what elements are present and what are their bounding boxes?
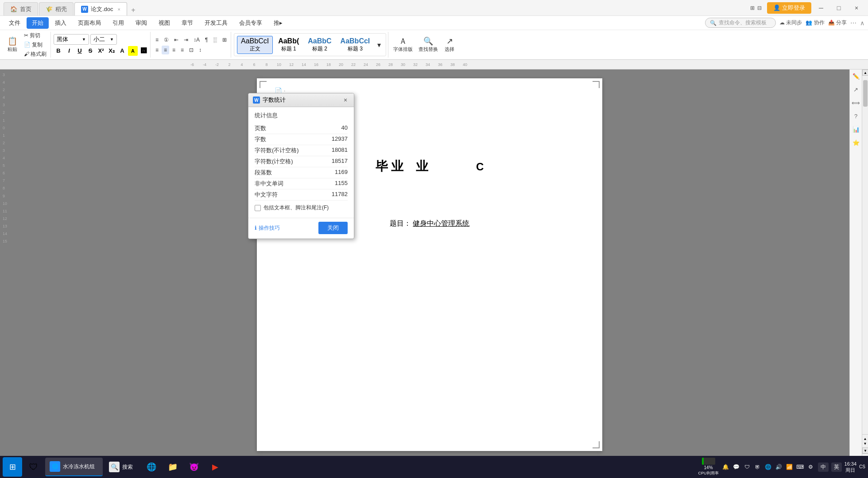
italic-button[interactable]: I [64,46,74,56]
ribbon-tab-start[interactable]: 开始 [27,17,49,29]
superscript-button[interactable]: X² [96,46,106,56]
show-marks-button[interactable]: ¶ [203,35,210,44]
include-textbox-checkbox[interactable] [255,205,261,211]
select-button[interactable]: ↗ 选择 [442,36,457,54]
adjust-icon[interactable]: ⟺ [851,98,861,108]
subscript-button[interactable]: X₂ [107,46,116,56]
more-btn[interactable]: ⋯ [850,19,856,27]
question-icon[interactable]: ? [851,111,861,121]
tab-home[interactable]: 🏠 首页 [4,2,38,15]
vertical-scrollbar[interactable]: ▲ ▲ ▼ ▼ ⋯ [862,69,868,460]
ribbon-tab-insert[interactable]: 插入 [50,17,72,29]
maximize-button[interactable]: □ [831,2,847,14]
360-taskbar-btn[interactable]: 🛡 [24,457,43,477]
highlight-button[interactable]: A [128,46,138,56]
input-method-zh[interactable]: 中 [818,463,829,472]
scroll-thumb[interactable] [863,80,868,107]
pen-icon[interactable]: ✏️ [851,71,861,81]
ribbon-tab-more[interactable]: 推▸ [268,17,288,29]
help-link[interactable]: ℹ 操作技巧 [255,224,280,232]
decrease-indent-button[interactable]: ⇤ [172,35,181,44]
chart-icon[interactable]: 📊 [851,124,861,134]
cut-button[interactable]: ✂ 剪切 [22,31,49,40]
add-tab-button[interactable]: + [128,5,139,15]
cursor-icon[interactable]: ↗ [851,85,861,94]
ribbon-tab-file[interactable]: 文件 [4,17,26,29]
login-button[interactable]: 👤 立即登录 [767,2,811,14]
underline-button[interactable]: U [75,46,85,56]
find-replace-button[interactable]: 🔍 查找替换 [416,36,440,54]
list-number-button[interactable]: ① [162,35,171,44]
style-h3[interactable]: AaBbCcI 标题 3 [337,36,374,54]
ribbon-tab-dev[interactable]: 开发工具 [199,17,233,29]
share-btn[interactable]: 📤 分享 [828,19,847,27]
scroll-page-up[interactable]: ▲ [864,437,867,441]
dialog-close-x[interactable]: × [341,96,349,104]
tab-doc-close[interactable]: × [118,7,120,12]
evil-btn[interactable]: 😈 [184,457,204,477]
font-shade-button[interactable]: 🅰 [139,46,148,56]
increase-indent-button[interactable]: ⇥ [182,35,190,44]
tray-wifi[interactable]: 📶 [785,463,794,471]
sync-btn[interactable]: ☁ 未同步 [779,19,802,27]
style-h1[interactable]: AaBb( 标题 1 [275,36,302,54]
collab-btn[interactable]: 👥 协作 [806,19,824,27]
two-page-button[interactable]: ⊡ [187,46,196,54]
ribbon-tab-review[interactable]: 审阅 [130,17,152,29]
list-bullet-button[interactable]: ≡ [153,35,161,44]
ribbon-tab-ref[interactable]: 引用 [107,17,129,29]
line-spacing-button[interactable]: ↕ [197,46,204,54]
ribbon-tab-member[interactable]: 会员专享 [234,17,267,29]
ribbon-tab-layout[interactable]: 页面布局 [73,17,106,29]
star-icon[interactable]: ⭐ [851,138,861,147]
style-gallery-expand[interactable]: ▾ [375,40,383,49]
tray-settings[interactable]: ⚙ [806,463,815,471]
style-normal[interactable]: AaBbCcI 正文 [237,36,273,54]
tray-chat[interactable]: 💬 [732,463,741,471]
align-left-button[interactable]: ≡ [153,46,161,54]
paste-button[interactable]: 📋 粘贴 [4,36,20,54]
tray-antivirus[interactable]: 🛡 [743,463,752,471]
font-color-button[interactable]: A [117,46,127,56]
scroll-down-button[interactable]: ▼ [862,447,868,454]
bold-button[interactable]: B [54,46,63,56]
style-h2[interactable]: AaBbC 标题 2 [304,36,335,54]
scroll-track[interactable] [862,76,868,434]
scroll-page-down[interactable]: ▼ [864,442,867,446]
tray-keyboard[interactable]: ⌨ [796,463,805,471]
shading-button[interactable]: ░ [211,35,219,44]
tab-doc[interactable]: W 论文.doc × [74,2,127,15]
align-right-button[interactable]: ≡ [170,46,178,54]
tray-security2[interactable]: ⛨ [753,463,762,471]
align-center-button[interactable]: ≡ [162,46,169,54]
font-name-selector[interactable]: 黑体 ▼ [54,34,89,45]
start-button[interactable]: ⊞ [3,457,22,477]
input-method-en[interactable]: 英 [831,463,842,472]
tray-network[interactable]: 🌐 [764,463,773,471]
folder-btn[interactable]: 📁 [163,457,182,477]
align-justify-button[interactable]: ≡ [178,46,186,54]
border-button[interactable]: ⊞ [220,35,229,44]
ribbon-tab-chapter[interactable]: 章节 [176,17,198,29]
ie-btn[interactable]: 🌐 [142,457,161,477]
format-brush-button[interactable]: 🖌 格式刷 [22,50,49,58]
tray-volume[interactable]: 🔊 [775,463,783,471]
system-clock[interactable]: 16:34 周日 [845,461,857,474]
scroll-up-button[interactable]: ▲ [862,69,868,76]
document-area[interactable]: 📄 · 毕 业 业 C 题目： 健身中心管理系统 [10,69,849,460]
minimize-button[interactable]: ─ [813,2,829,14]
ribbon-search[interactable]: 🔍 查找命令、搜索模板 [705,18,776,28]
font-layout-button[interactable]: Ａ 字体排版 [391,36,415,54]
dialog-close-button[interactable]: 关闭 [318,222,348,234]
tray-bell[interactable]: 🔔 [721,463,730,471]
copy-button[interactable]: 📄 复制 [22,40,49,49]
ribbon-tab-view[interactable]: 视图 [153,17,175,29]
tab-rice[interactable]: 🌾 稻壳 [39,2,74,15]
strikethrough-button[interactable]: S [85,46,95,56]
sort-button[interactable]: ↕A [191,35,202,44]
search-btn[interactable]: 🔍 搜索 [105,458,140,476]
close-button[interactable]: × [849,2,864,14]
collapse-btn[interactable]: ∧ [860,19,864,27]
water-app-btn[interactable]: 🌐 水冷冻水机组 [45,458,103,476]
app-btn-6[interactable]: ▶ [205,457,225,477]
